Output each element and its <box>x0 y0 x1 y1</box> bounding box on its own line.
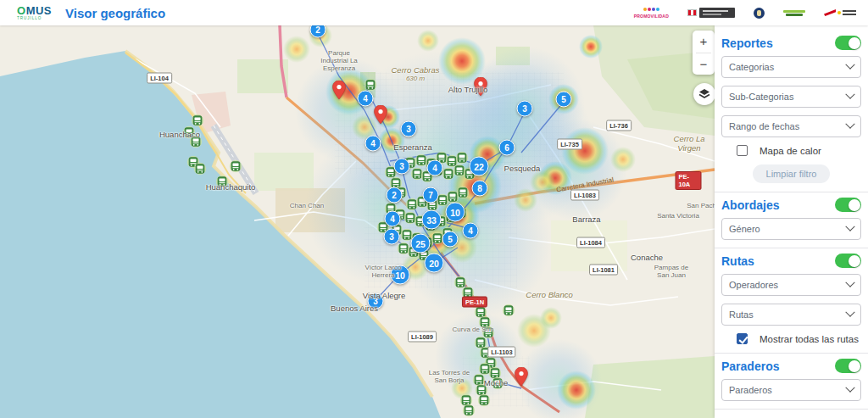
abordajes-toggle[interactable] <box>835 198 861 212</box>
emblem-icon <box>754 8 765 19</box>
chevron-down-icon <box>845 278 854 287</box>
cluster-marker[interactable]: 2 <box>387 187 403 203</box>
omus-logo[interactable]: OMUS TRUJILLO <box>17 5 52 21</box>
cluster-marker[interactable]: 5 <box>556 92 572 108</box>
place-label: Huanchaquito <box>206 182 256 192</box>
cluster-marker[interactable]: 3 <box>401 121 417 137</box>
road-shield: LI-1089 <box>408 332 437 343</box>
bus-icon <box>478 394 491 407</box>
road-name-label: Carretera Industrial <box>555 176 614 194</box>
place-label: Pesqueda <box>504 164 541 173</box>
bus-stop-marker[interactable] <box>192 114 204 127</box>
cluster-marker[interactable]: 4 <box>365 136 381 152</box>
cluster-marker[interactable]: 2 <box>310 25 326 38</box>
cluster-marker[interactable]: 6 <box>499 140 515 156</box>
green-cooperation-logo <box>783 10 805 16</box>
place-label: Esperanza <box>393 142 431 152</box>
cluster-marker[interactable]: 22 <box>470 157 489 176</box>
cluster-marker[interactable]: 20 <box>425 254 444 273</box>
peru-ministry-logo <box>687 8 735 18</box>
cluster-marker[interactable]: 25 <box>411 234 431 254</box>
place-label: Cerro Blanco <box>526 290 572 299</box>
report-pin[interactable] <box>332 81 346 99</box>
section-rutas: Rutas Operadores Rutas Mostrar todas las… <box>721 254 861 344</box>
institution-emblem-logo <box>754 8 765 19</box>
cluster-marker[interactable]: 3 <box>517 101 533 117</box>
giz-text-block <box>843 10 856 16</box>
bus-stop-marker[interactable] <box>478 394 491 407</box>
page-title: Visor geográfico <box>65 6 165 20</box>
map-canvas[interactable]: 24343422635827104334325520103HuanchacoHu… <box>0 25 715 418</box>
reportes-toggle[interactable] <box>835 36 861 50</box>
road-shield: LI-104 <box>147 73 172 84</box>
cluster-marker[interactable]: 4 <box>358 91 374 107</box>
place-label: Chan Chan <box>290 202 324 209</box>
dot-icon <box>837 11 841 14</box>
bus-stop-marker[interactable] <box>492 377 504 390</box>
bus-stop-marker[interactable] <box>456 152 469 164</box>
bus-icon <box>190 136 203 148</box>
zoom-out-button[interactable]: − <box>693 53 715 75</box>
road-shield: PE-10A <box>676 171 702 190</box>
promovilidad-dots-icon <box>643 8 659 11</box>
cluster-marker[interactable]: 4 <box>427 160 443 176</box>
bus-stop-marker[interactable] <box>194 163 207 176</box>
peru-flag-icon <box>687 9 697 16</box>
mapa-de-calor-checkbox[interactable]: Mapa de calor <box>737 145 861 156</box>
zoom-in-button[interactable]: + <box>693 31 715 53</box>
bus-stop-marker[interactable] <box>216 176 229 188</box>
cluster-marker[interactable]: 3 <box>368 293 384 309</box>
rango-de-fechas-dropdown[interactable]: Rango de fechas <box>721 115 861 137</box>
cluster-marker[interactable]: 8 <box>472 181 488 197</box>
rutas-title: Rutas <box>721 254 754 268</box>
road-shield: LI-735 <box>557 139 582 150</box>
place-label: 630 m <box>406 75 425 82</box>
bus-stop-marker[interactable] <box>364 79 377 92</box>
sub-categorias-dropdown[interactable]: Sub-Categorias <box>721 86 861 108</box>
rutas-toggle[interactable] <box>835 254 861 268</box>
report-pin[interactable] <box>374 105 387 124</box>
report-pin[interactable] <box>474 77 487 96</box>
bus-stop-marker[interactable] <box>457 187 470 199</box>
german-cooperation-logo <box>824 9 856 16</box>
operadores-dropdown[interactable]: Operadores <box>721 274 861 296</box>
place-label: Cerro Cabras <box>391 65 439 75</box>
bus-stop-marker[interactable] <box>463 404 476 417</box>
map-overlay: 24343422635827104334325520103HuanchacoHu… <box>0 25 715 418</box>
limpiar-filtro-button[interactable]: Limpiar filtro <box>753 164 831 183</box>
mostrar-todas-las-rutas-checkbox[interactable]: Mostrar todas las rutas <box>737 333 861 344</box>
rutas-dropdown[interactable]: Rutas <box>721 304 861 326</box>
report-pin[interactable] <box>515 367 528 386</box>
bus-stop-marker[interactable] <box>503 304 515 317</box>
section-paraderos: Paraderos Paraderos <box>721 359 861 401</box>
place-label: Pampas de San Juan <box>648 264 695 279</box>
top-bar: OMUS TRUJILLO Visor geográfico PROMOVILI… <box>0 0 868 25</box>
checkbox-box <box>737 145 748 156</box>
cluster-marker[interactable]: 3 <box>384 229 400 245</box>
paraderos-dropdown[interactable]: Paraderos <box>721 379 861 401</box>
bus-stop-marker[interactable] <box>230 160 242 173</box>
place-label: San Pachusco <box>687 202 715 209</box>
paraderos-toggle[interactable] <box>835 359 861 373</box>
layers-button[interactable] <box>693 83 715 105</box>
paraderos-title: Paraderos <box>721 359 779 373</box>
bus-icon <box>503 304 515 317</box>
cluster-marker[interactable]: 10 <box>391 265 410 285</box>
cluster-marker[interactable]: 33 <box>422 210 442 230</box>
cluster-marker[interactable]: 4 <box>463 223 479 239</box>
bus-icon <box>192 114 204 127</box>
section-abordajes: Abordajes Género <box>721 198 861 240</box>
bus-stop-marker[interactable] <box>190 136 203 148</box>
cluster-marker[interactable]: 4 <box>385 211 401 227</box>
cluster-marker[interactable]: 7 <box>423 187 439 203</box>
chevron-down-icon <box>845 120 854 129</box>
place-label: Barraza <box>572 215 600 224</box>
bus-icon <box>216 176 229 188</box>
chevron-down-icon <box>845 60 854 70</box>
genero-dropdown[interactable]: Género <box>721 218 861 240</box>
bus-icon <box>457 187 470 199</box>
cluster-marker[interactable]: 3 <box>394 159 410 175</box>
cluster-marker[interactable]: 5 <box>442 231 459 248</box>
categorias-dropdown[interactable]: Categorias <box>721 56 861 78</box>
cluster-marker[interactable]: 10 <box>446 203 465 222</box>
